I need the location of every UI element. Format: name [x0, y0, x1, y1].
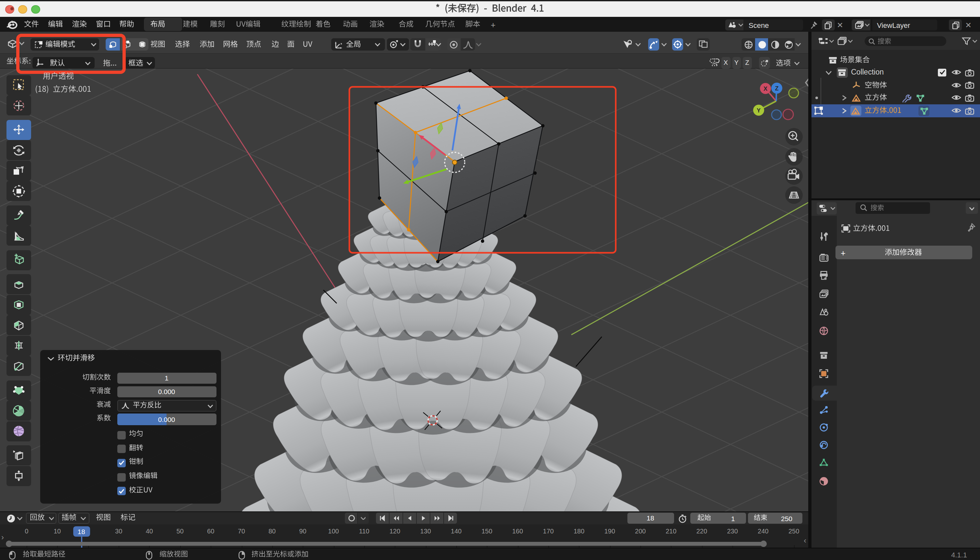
svg-text:Y: Y [757, 107, 761, 114]
svg-text:Z: Z [775, 85, 779, 92]
svg-text:X: X [763, 85, 767, 92]
